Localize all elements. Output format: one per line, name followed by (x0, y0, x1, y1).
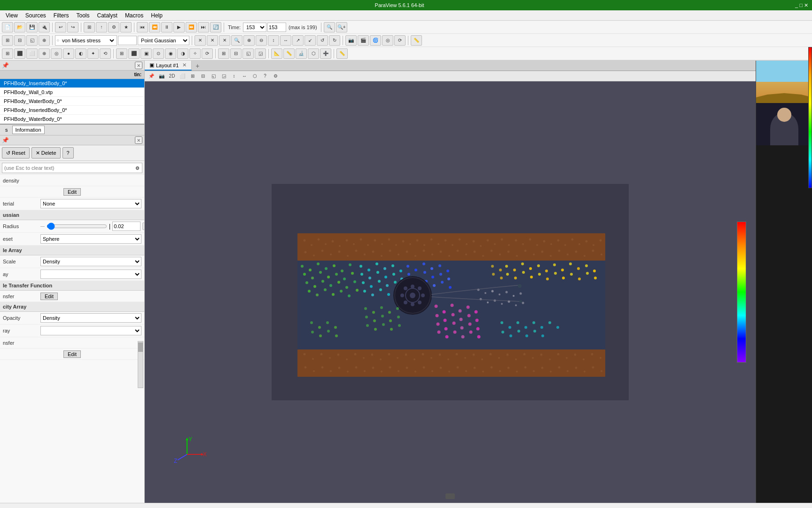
tb-v5[interactable]: ◉ (165, 48, 176, 59)
tb-t5[interactable]: ⟳ (394, 35, 406, 46)
tab-information[interactable]: Information (12, 126, 45, 134)
tb-r3[interactable]: ◱ (26, 35, 38, 46)
scale-edit-btn[interactable]: Edit (63, 188, 81, 196)
tb-u7[interactable]: ◐ (75, 48, 86, 59)
menu-tools[interactable]: Tools (73, 11, 94, 20)
tb-undo-btn[interactable]: ↩ (55, 22, 66, 32)
tb-t2[interactable]: 🎬 (358, 35, 369, 46)
tb-first-frame[interactable]: ⏮ (137, 22, 148, 32)
tb-v8[interactable]: ⟳ (202, 48, 213, 59)
radius-slider[interactable] (47, 222, 107, 230)
tb-s4[interactable]: 🔍 (231, 35, 242, 46)
tb-x3[interactable]: 🔬 (296, 48, 307, 59)
tb-export-btn[interactable]: ↑ (96, 22, 107, 32)
tab-s[interactable]: s (2, 126, 11, 134)
panel-close-btn[interactable]: ✕ (135, 62, 142, 69)
tb-pause-btn[interactable]: ⏸ (161, 22, 172, 32)
pipeline-item-4[interactable]: PFHBody_WaterBody_0* (0, 115, 144, 124)
opacity-edit-btn[interactable]: Edit (63, 350, 81, 358)
viewport[interactable]: Y Z X (145, 81, 756, 503)
tb-t3[interactable]: 🌀 (370, 35, 381, 46)
ray-select[interactable] (40, 326, 141, 335)
tb-u3[interactable]: ⬜ (26, 48, 38, 59)
layout-tab-1[interactable]: ▣ Layout #1 ✕ (145, 61, 192, 71)
tb-s7[interactable]: ↕ (268, 35, 279, 46)
tb-s6[interactable]: ⊖ (256, 35, 267, 46)
interp-selector[interactable]: Point Gaussian (138, 36, 189, 45)
menu-filters[interactable]: Filters (50, 11, 73, 20)
pipeline-item-1[interactable]: PFHBody_Wall_0.vtp (0, 88, 144, 97)
tb-connect-btn[interactable]: 🔌 (39, 22, 50, 32)
menu-macros[interactable]: Macros (121, 11, 147, 20)
tb-s9[interactable]: ↗ (292, 35, 304, 46)
pipeline-item-2[interactable]: PFHBody_WaterBody_0* (0, 97, 144, 106)
menu-view[interactable]: View (2, 11, 22, 20)
vt-btn10[interactable]: ⬡ (250, 72, 259, 80)
tb-w3[interactable]: ◱ (242, 48, 254, 59)
tb-save-btn[interactable]: 💾 (26, 22, 38, 32)
tb-new-btn[interactable]: 📄 (2, 22, 13, 32)
vt-btn7[interactable]: ◲ (219, 72, 228, 80)
vt-btn8[interactable]: ↕ (229, 72, 239, 80)
tb-u5[interactable]: ◎ (51, 48, 62, 59)
search-input[interactable] (2, 164, 133, 172)
vt-btn1[interactable]: 📌 (147, 72, 156, 80)
layout-tab-close[interactable]: ✕ (182, 62, 187, 68)
vt-btn4[interactable]: ⊞ (188, 72, 197, 80)
menu-sources[interactable]: Sources (22, 11, 50, 20)
tb-zoom-add-btn[interactable]: 🔍+ (336, 22, 347, 32)
tb-u1[interactable]: ⊞ (2, 48, 13, 59)
scale-select[interactable]: Density (40, 257, 141, 266)
tb-u8[interactable]: ✦ (87, 48, 99, 59)
tb-s8[interactable]: ↔ (280, 35, 291, 46)
gear-icon[interactable]: ⚙ (133, 163, 142, 173)
pipeline-item-3[interactable]: PFHBody_InsertedBody_0* (0, 106, 144, 115)
vt-btn5[interactable]: ⊟ (198, 72, 208, 80)
menu-catalyst[interactable]: Catalyst (94, 11, 121, 20)
vt-btn12[interactable]: ⚙ (271, 72, 280, 80)
tb-t6[interactable]: 📏 (411, 35, 422, 46)
tb-play-btn[interactable]: ▶ (173, 22, 185, 32)
tb-u2[interactable]: ⬛ (14, 48, 25, 59)
vt-btn6[interactable]: ◱ (209, 72, 218, 80)
transfer-edit-btn[interactable]: Edit (40, 293, 58, 300)
tb-t1[interactable]: 📷 (345, 35, 357, 46)
tb-s11[interactable]: ↺ (317, 35, 328, 46)
reset-btn[interactable]: ↺ Reset (2, 147, 30, 159)
tb-u6[interactable]: ● (63, 48, 74, 59)
tb-x4[interactable]: ⬡ (308, 48, 319, 59)
tb-s1[interactable]: ✕ (195, 35, 206, 46)
tb-v1[interactable]: ⊞ (116, 48, 127, 59)
props-close-btn[interactable]: ✕ (135, 136, 142, 144)
tb-u4[interactable]: ⊕ (39, 48, 50, 59)
tb-redo-btn[interactable]: ↪ (67, 22, 78, 32)
tb-w2[interactable]: ⊟ (230, 48, 242, 59)
tb-x2[interactable]: 📏 (283, 48, 295, 59)
tb-v4[interactable]: ⊙ (153, 48, 164, 59)
time-select[interactable]: 153 (243, 23, 266, 32)
help-btn[interactable]: ? (62, 147, 74, 159)
delete-btn[interactable]: ✕ Delete (31, 147, 61, 159)
tb-t4[interactable]: ◎ (382, 35, 393, 46)
tb-w4[interactable]: ◲ (255, 48, 266, 59)
tb-v7[interactable]: ✧ (189, 48, 201, 59)
tb-last-frame[interactable]: ⏭ (198, 22, 209, 32)
tb-next-frame[interactable]: ⏩ (186, 22, 197, 32)
tb-v3[interactable]: ▣ (141, 48, 152, 59)
pipeline-item-0[interactable]: PFHBody_InsertedBody_0* (0, 79, 144, 88)
scroll-indicator[interactable] (445, 493, 455, 499)
tb-prev-frame[interactable]: ⏪ (149, 22, 160, 32)
tb-s2[interactable]: ✕ (207, 35, 218, 46)
tb-r1[interactable]: ⊞ (2, 35, 13, 46)
props-pin-icon[interactable]: 📌 (2, 137, 9, 143)
tb-s3[interactable]: ✕ (219, 35, 230, 46)
tb-r2[interactable]: ⊟ (14, 35, 25, 46)
opacity-select[interactable]: Density (40, 313, 141, 323)
ay-select[interactable] (40, 270, 141, 279)
tb-w1[interactable]: ⊞ (218, 48, 229, 59)
tb-load-btn[interactable]: ⊞ (84, 22, 95, 32)
tb-v2[interactable]: ⬛ (128, 48, 140, 59)
time-input[interactable] (267, 23, 286, 32)
vt-btn2[interactable]: 📷 (157, 72, 166, 80)
radius-input[interactable] (112, 222, 141, 231)
